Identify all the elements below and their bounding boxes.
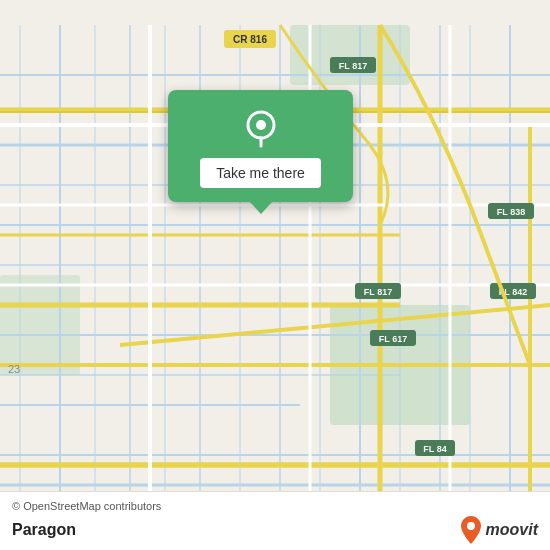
moovit-label: moovit: [486, 521, 538, 539]
svg-text:FL 817: FL 817: [364, 287, 392, 297]
take-me-there-button[interactable]: Take me there: [200, 158, 321, 188]
location-card: Take me there: [168, 90, 353, 202]
svg-text:CR 816: CR 816: [233, 34, 267, 45]
location-pin-icon: [241, 108, 281, 148]
moovit-logo[interactable]: moovit: [460, 516, 538, 544]
moovit-pin-icon: [460, 516, 482, 544]
location-name: Paragon: [12, 521, 76, 539]
svg-point-60: [256, 120, 266, 130]
bottom-bar: © OpenStreetMap contributors Paragon moo…: [0, 491, 550, 550]
bottom-info-row: Paragon moovit: [12, 516, 538, 544]
svg-text:FL 617: FL 617: [379, 334, 407, 344]
svg-text:FL 838: FL 838: [497, 207, 525, 217]
map-container: CR 816 FL 817 FL 838 FL 817 FL 617 FL 84…: [0, 0, 550, 550]
svg-rect-3: [0, 275, 80, 375]
svg-text:FL 817: FL 817: [339, 61, 367, 71]
svg-text:23: 23: [8, 363, 20, 375]
svg-point-62: [467, 522, 475, 530]
map-attribution: © OpenStreetMap contributors: [12, 500, 538, 512]
svg-text:FL 84: FL 84: [423, 444, 446, 454]
